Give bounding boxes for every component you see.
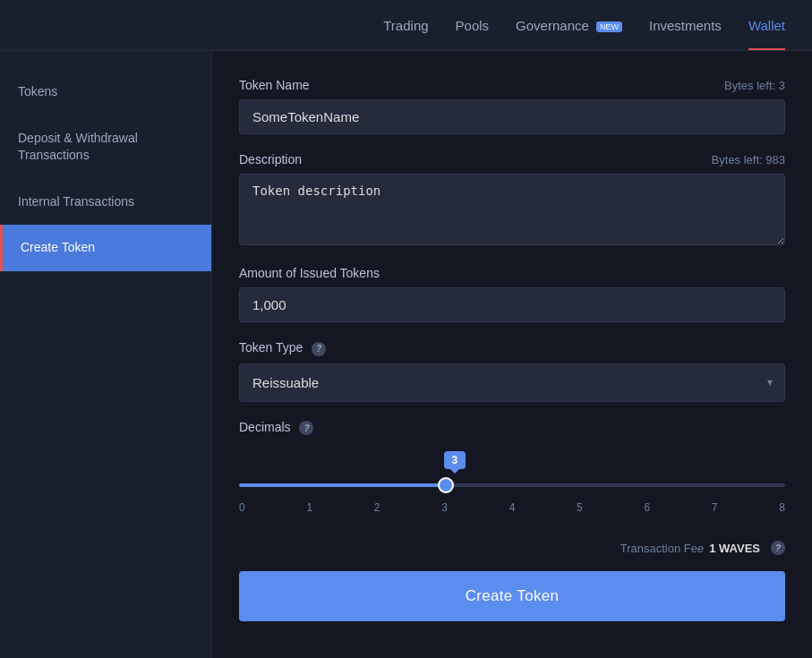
main-nav: Trading Pools Governance NEW Investments… bbox=[383, 18, 785, 33]
sidebar-item-tokens[interactable]: Tokens bbox=[0, 69, 211, 115]
token-name-input[interactable] bbox=[239, 99, 785, 134]
sidebar-item-internal-transactions[interactable]: Internal Transactions bbox=[0, 179, 211, 226]
nav-governance[interactable]: Governance NEW bbox=[516, 18, 622, 33]
slider-tick-2: 2 bbox=[374, 501, 380, 514]
fee-label: Transaction Fee bbox=[620, 542, 704, 555]
sidebar-item-create-token[interactable]: Create Token bbox=[0, 225, 211, 271]
description-group: Description Bytes left: 983 bbox=[239, 152, 785, 248]
fee-amount: 1 WAVES bbox=[709, 542, 760, 555]
fee-row: Transaction Fee 1 WAVES ? bbox=[239, 541, 785, 555]
slider-tick-3: 3 bbox=[441, 501, 448, 514]
token-type-select[interactable]: Reissuable Not Reissuable bbox=[239, 363, 785, 402]
main-content: Token Name Bytes left: 3 Description Byt… bbox=[212, 51, 812, 658]
decimals-group: Decimals ? 3 0 1 2 3 4 5 6 bbox=[239, 420, 785, 524]
description-label-row: Description Bytes left: 983 bbox=[239, 152, 785, 167]
slider-tick-8: 8 bbox=[779, 501, 785, 514]
slider-value-bubble: 3 bbox=[444, 451, 466, 469]
token-name-group: Token Name Bytes left: 3 bbox=[239, 78, 785, 134]
token-type-group: Token Type ? Reissuable Not Reissuable ▾ bbox=[239, 340, 785, 402]
token-type-label: Token Type ? bbox=[239, 340, 326, 356]
description-bytes-left: Bytes left: 983 bbox=[712, 153, 785, 167]
slider-tick-6: 6 bbox=[644, 501, 650, 514]
fee-help-icon[interactable]: ? bbox=[771, 541, 785, 555]
slider-track bbox=[239, 474, 785, 496]
token-type-help-icon[interactable]: ? bbox=[312, 342, 326, 356]
nav-wallet[interactable]: Wallet bbox=[748, 18, 785, 33]
amount-group: Amount of Issued Tokens bbox=[239, 266, 785, 322]
decimals-slider[interactable] bbox=[239, 483, 785, 487]
slider-tick-1: 1 bbox=[306, 501, 312, 514]
slider-tick-0: 0 bbox=[239, 501, 245, 514]
nav-pools[interactable]: Pools bbox=[456, 18, 490, 33]
token-name-label: Token Name bbox=[239, 78, 310, 92]
slider-tick-7: 7 bbox=[712, 501, 718, 514]
create-token-button[interactable]: Create Token bbox=[239, 571, 785, 621]
decimals-help-icon[interactable]: ? bbox=[299, 421, 313, 435]
slider-labels: 0 1 2 3 4 5 6 7 8 bbox=[239, 501, 785, 514]
amount-label-row: Amount of Issued Tokens bbox=[239, 266, 785, 280]
token-name-bytes-left: Bytes left: 3 bbox=[724, 79, 785, 92]
header: Trading Pools Governance NEW Investments… bbox=[0, 0, 812, 51]
slider-tick-4: 4 bbox=[509, 501, 516, 514]
slider-container: 3 0 1 2 3 4 5 6 7 8 bbox=[239, 442, 785, 523]
token-type-label-row: Token Type ? bbox=[239, 340, 785, 356]
sidebar-item-deposit-withdrawal[interactable]: Deposit & Withdrawal Transactions bbox=[0, 115, 211, 179]
governance-badge: NEW bbox=[596, 21, 622, 32]
token-name-label-row: Token Name Bytes left: 3 bbox=[239, 78, 785, 92]
amount-input[interactable] bbox=[239, 287, 785, 322]
slider-tick-5: 5 bbox=[577, 501, 583, 514]
sidebar: Tokens Deposit & Withdrawal Transactions… bbox=[0, 51, 212, 658]
app-layout: Tokens Deposit & Withdrawal Transactions… bbox=[0, 51, 812, 658]
decimals-label: Decimals ? bbox=[239, 420, 313, 436]
amount-label: Amount of Issued Tokens bbox=[239, 266, 380, 280]
nav-trading[interactable]: Trading bbox=[383, 18, 428, 33]
description-label: Description bbox=[239, 152, 302, 167]
decimals-label-row: Decimals ? bbox=[239, 420, 785, 436]
nav-investments[interactable]: Investments bbox=[649, 18, 722, 33]
token-type-select-wrapper: Reissuable Not Reissuable ▾ bbox=[239, 363, 785, 402]
description-textarea[interactable] bbox=[239, 174, 785, 245]
